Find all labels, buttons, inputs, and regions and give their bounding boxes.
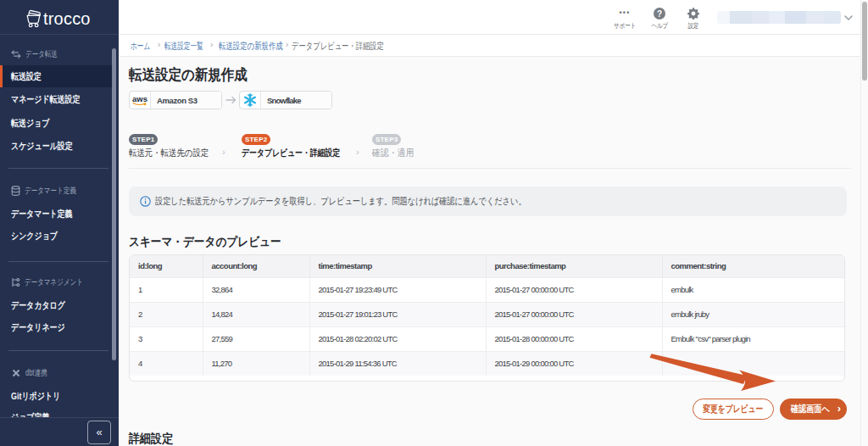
svg-text:?: ?	[657, 8, 662, 18]
svg-text:trocco: trocco	[43, 9, 91, 28]
svg-text:aws: aws	[132, 94, 147, 103]
